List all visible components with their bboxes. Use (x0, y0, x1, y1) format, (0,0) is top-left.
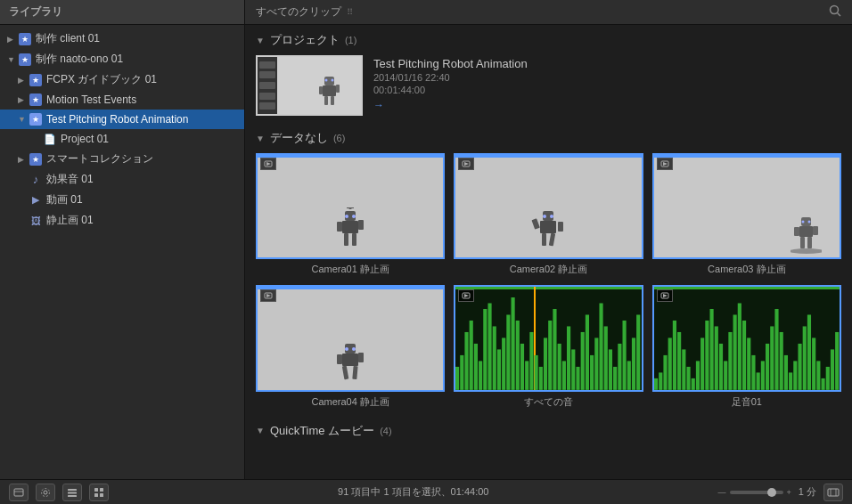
zoom-slider[interactable]: — + (718, 488, 791, 497)
search-icon[interactable] (829, 4, 841, 20)
arrow-icon: ▼ (7, 55, 18, 64)
svg-rect-70 (525, 361, 528, 389)
svg-point-52 (352, 347, 356, 351)
status-text: 91 項目中 1 項目を選択、01:44:00 (338, 485, 488, 499)
svg-rect-61 (484, 309, 487, 390)
svg-rect-82 (581, 332, 585, 390)
arrow-icon: ▶ (18, 76, 29, 85)
settings-button[interactable] (36, 484, 55, 501)
robot-cam04 (332, 340, 368, 385)
grid-item-all-sound[interactable]: すべての音 (454, 285, 643, 408)
svg-rect-69 (520, 344, 524, 390)
grid-item-cam02[interactable]: Camera02 静止画 (454, 153, 643, 276)
svg-rect-86 (600, 303, 603, 389)
sidebar-header: ライブラリ (0, 0, 244, 25)
bottom-left-controls (9, 484, 109, 501)
svg-rect-66 (507, 314, 511, 389)
clip-badge (657, 158, 673, 170)
folder-star-icon: ★ (18, 53, 32, 67)
robot-cam02 (530, 207, 566, 252)
svg-rect-62 (488, 303, 492, 389)
svg-rect-49 (342, 366, 349, 380)
svg-marker-33 (663, 162, 668, 166)
svg-rect-84 (590, 355, 594, 390)
sidebar-item-fcpx-guide[interactable]: ▶ ★ FCPX ガイドブック 01 (0, 69, 244, 90)
clip-view-button[interactable] (823, 484, 843, 501)
svg-rect-4 (319, 86, 323, 94)
svg-rect-146 (94, 493, 98, 497)
section-collapse-arrow[interactable]: ▼ (256, 36, 265, 45)
view-grid-button[interactable] (89, 484, 109, 501)
film-strip (258, 57, 277, 114)
svg-rect-63 (493, 326, 496, 389)
sidebar-item-seisaku-client[interactable]: ▶ ★ 制作 client 01 (0, 28, 244, 49)
sidebar-item-motion-test[interactable]: ▶ ★ Motion Test Events (0, 90, 244, 110)
svg-rect-46 (342, 354, 358, 366)
slider-track[interactable] (730, 491, 783, 494)
grid-item-cam01[interactable]: Camera01 静止画 (256, 153, 445, 276)
svg-rect-71 (530, 332, 534, 390)
sidebar-item-kouka-on[interactable]: ♪ 効果音 01 (0, 169, 244, 190)
grid-item-cam04[interactable]: Camera04 静止画 (256, 285, 445, 408)
svg-rect-128 (798, 344, 801, 390)
grid-item-ashi-on[interactable]: 足音01 (652, 285, 841, 408)
svg-rect-37 (813, 226, 818, 235)
svg-rect-93 (632, 337, 635, 389)
clip-badge (260, 289, 276, 302)
sidebar-item-smart-collection[interactable]: ▶ ★ スマートコレクション (0, 149, 244, 169)
svg-marker-44 (266, 294, 271, 297)
folder-star-icon: ★ (29, 73, 43, 87)
sidebar-item-doga[interactable]: ▶ 動画 01 (0, 190, 244, 210)
svg-rect-59 (474, 344, 478, 390)
svg-rect-48 (358, 353, 364, 362)
svg-rect-109 (709, 309, 713, 390)
svg-point-40 (801, 221, 804, 224)
svg-rect-98 (659, 372, 662, 389)
svg-rect-6 (324, 96, 328, 105)
sidebar-content: ▶ ★ 制作 client 01 ▼ ★ 制作 naoto-ono 01 ▶ ★ (0, 25, 244, 479)
svg-rect-78 (562, 361, 566, 389)
svg-rect-142 (68, 492, 77, 493)
svg-point-8 (325, 79, 328, 82)
section-collapse-arrow[interactable]: ▼ (256, 426, 265, 435)
svg-rect-105 (691, 378, 694, 390)
zoom-min-label: — (718, 488, 726, 497)
waveform-svg2 (654, 297, 840, 390)
section-collapse-arrow[interactable]: ▼ (256, 134, 265, 143)
sidebar-item-test-pitching[interactable]: ▼ ★ Test Pitching Robot Animation (0, 110, 244, 129)
svg-rect-35 (799, 226, 813, 237)
slider-thumb[interactable] (767, 488, 776, 497)
arrow-icon: ▶ (18, 155, 29, 164)
svg-rect-75 (548, 321, 552, 390)
robot-svg (314, 69, 345, 110)
section-header-project: ▼ プロジェクト (1) (256, 32, 841, 48)
content-header: すべてのクリップ ⠿ (245, 0, 852, 25)
grid-thumbnail-cam01 (256, 153, 445, 259)
grid-item-cam03[interactable]: Camera03 静止画 (652, 153, 841, 276)
svg-rect-26 (532, 219, 540, 230)
svg-rect-91 (623, 321, 627, 390)
view-list-button[interactable] (62, 484, 82, 501)
svg-point-139 (44, 491, 47, 494)
section-no-data: ▼ データなし (6) (256, 130, 841, 409)
svg-rect-114 (733, 314, 736, 389)
svg-rect-144 (94, 488, 98, 492)
bottom-right-controls: — + 1 分 (718, 484, 843, 501)
svg-rect-17 (352, 233, 356, 246)
sidebar-item-project-01[interactable]: 📄 Project 01 (0, 129, 244, 149)
svg-rect-127 (793, 361, 797, 389)
svg-rect-81 (577, 367, 580, 390)
svg-rect-3 (323, 85, 336, 96)
library-button[interactable] (9, 484, 29, 501)
sidebar-item-seisaku-naoto[interactable]: ▼ ★ 制作 naoto-ono 01 (0, 49, 244, 69)
doc-icon: 📄 (43, 132, 57, 146)
svg-rect-131 (812, 337, 815, 389)
svg-rect-83 (586, 314, 589, 389)
svg-rect-5 (336, 85, 340, 93)
sidebar-item-seishi[interactable]: 🖼 静止画 01 (0, 210, 244, 231)
svg-rect-102 (677, 332, 681, 390)
project-item[interactable]: Test Pitching Robot Animation 2014/01/16… (256, 55, 841, 116)
svg-rect-15 (358, 220, 364, 230)
svg-rect-87 (604, 326, 608, 389)
grid-thumbnail-cam04 (256, 285, 445, 391)
